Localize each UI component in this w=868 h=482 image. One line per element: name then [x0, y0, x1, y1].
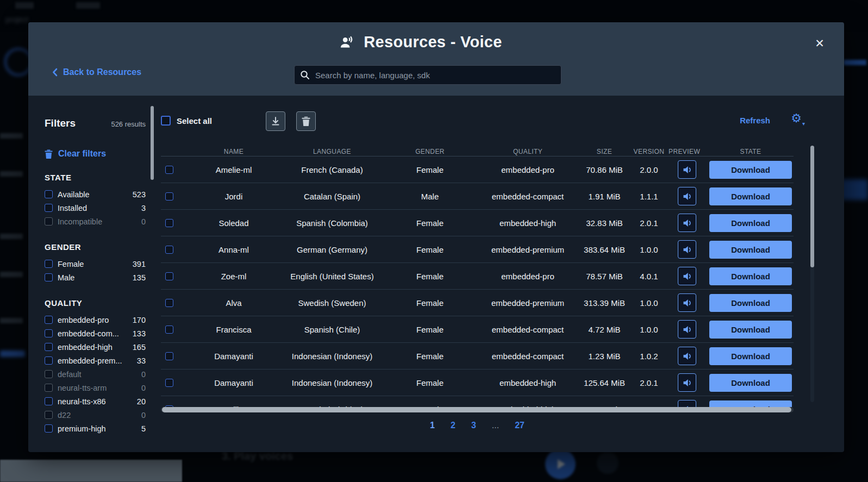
voice-language: Catalan (Spain)	[283, 192, 382, 201]
preview-audio-button[interactable]	[678, 160, 696, 179]
filter-item[interactable]: Incompatible 0	[45, 215, 146, 228]
row-checkbox[interactable]	[165, 246, 173, 254]
download-button[interactable]: Download	[709, 187, 792, 205]
background-project-label: project	[5, 15, 28, 24]
filter-item[interactable]: default 0	[45, 367, 146, 381]
filter-checkbox[interactable]	[45, 316, 53, 324]
preview-audio-button[interactable]	[678, 293, 696, 312]
row-checkbox[interactable]	[165, 299, 173, 307]
filter-item[interactable]: Male 135	[45, 271, 146, 284]
filter-item[interactable]: embedded-pro 170	[45, 313, 146, 327]
filter-item[interactable]: Installed 3	[45, 201, 146, 215]
play-icon	[558, 459, 565, 469]
voice-gender: Female	[382, 325, 478, 334]
filter-checkbox[interactable]	[45, 329, 53, 337]
filter-item-label: default	[58, 370, 136, 379]
voice-language: Indonesian (Indonesy)	[283, 352, 382, 361]
delete-selected-button[interactable]	[296, 111, 316, 131]
filter-checkbox[interactable]	[45, 424, 53, 433]
filter-item[interactable]: neural-tts-x86 20	[45, 395, 146, 408]
row-checkbox[interactable]	[165, 352, 173, 360]
download-button[interactable]: Download	[709, 374, 792, 392]
filter-checkbox[interactable]	[45, 273, 53, 281]
select-all-checkbox[interactable]	[161, 116, 171, 126]
vertical-scrollbar-thumb[interactable]	[810, 146, 814, 267]
row-checkbox[interactable]	[165, 272, 173, 280]
filter-item-count: 165	[133, 343, 146, 352]
filter-item[interactable]: premium-high 5	[45, 422, 146, 435]
preview-audio-button[interactable]	[678, 320, 696, 339]
filter-checkbox[interactable]	[45, 356, 53, 365]
filter-item-label: Incompatible	[58, 217, 136, 226]
voice-size: 4.72 MiB	[577, 325, 632, 334]
row-checkbox[interactable]	[165, 219, 173, 227]
filter-checkbox[interactable]	[45, 260, 53, 268]
close-icon[interactable]: ✕	[811, 35, 828, 52]
preview-audio-button[interactable]	[678, 187, 696, 205]
filter-item-count: 33	[137, 356, 146, 365]
preview-audio-button[interactable]	[678, 240, 696, 259]
voice-quality: embedded-premium	[478, 245, 577, 254]
select-all-control[interactable]: Select all	[161, 116, 212, 126]
filter-section: STATE Available 523 Installed 3 Incompat…	[45, 173, 146, 228]
back-to-resources-link[interactable]: Back to Resources	[52, 67, 141, 77]
sidebar-scrollbar[interactable]	[151, 106, 154, 180]
filter-checkbox[interactable]	[45, 370, 53, 378]
download-button[interactable]: Download	[709, 267, 792, 285]
filter-section: QUALITY embedded-pro 170 embedded-com...…	[45, 298, 146, 435]
page-button-27[interactable]: 27	[515, 421, 524, 430]
row-checkbox[interactable]	[165, 325, 173, 334]
column-header-state: STATE	[708, 148, 794, 155]
filter-item[interactable]: embedded-high 165	[45, 340, 146, 354]
filter-item[interactable]: embedded-prem... 33	[45, 354, 146, 367]
voice-quality: embedded-premium	[478, 298, 577, 308]
row-checkbox[interactable]	[165, 166, 173, 174]
filter-checkbox[interactable]	[45, 217, 53, 226]
settings-gear-button[interactable]: ⚙▾	[791, 112, 805, 130]
voice-language: English (United States)	[283, 272, 382, 281]
preview-audio-button[interactable]	[678, 400, 696, 407]
download-button[interactable]: Download	[709, 321, 792, 339]
filter-checkbox[interactable]	[45, 343, 53, 351]
voice-language: German (Germany)	[283, 245, 382, 254]
preview-audio-button[interactable]	[678, 267, 696, 285]
filter-item[interactable]: Available 523	[45, 187, 146, 201]
page-button-3[interactable]: 3	[471, 421, 476, 430]
resources-voice-modal: Resources - Voice ✕ Back to Resources Fi	[28, 22, 844, 452]
download-button[interactable]: Download	[709, 400, 792, 408]
preview-audio-button[interactable]	[678, 214, 696, 232]
preview-audio-button[interactable]	[678, 373, 696, 392]
horizontal-scrollbar-thumb[interactable]	[162, 407, 791, 412]
clear-filters-button[interactable]: Clear filters	[45, 149, 158, 159]
page-button-1[interactable]: 1	[430, 421, 435, 430]
download-button[interactable]: Download	[709, 294, 792, 312]
preview-audio-button[interactable]	[678, 347, 696, 365]
filter-item[interactable]: embedded-com... 133	[45, 327, 146, 340]
filter-item[interactable]: neural-tts-arm 0	[45, 381, 146, 395]
filter-checkbox[interactable]	[45, 190, 53, 198]
filter-checkbox[interactable]	[45, 411, 53, 419]
voice-quality: embedded-compact	[478, 352, 577, 361]
filter-checkbox[interactable]	[45, 384, 53, 392]
download-button[interactable]: Download	[709, 214, 792, 232]
search-input[interactable]	[315, 71, 555, 80]
background-blur-blob	[0, 234, 23, 239]
column-header-name: NAME	[185, 148, 283, 155]
filter-item[interactable]: Female 391	[45, 257, 146, 271]
voice-size: 1.23 MiB	[577, 352, 632, 361]
search-icon	[300, 70, 310, 80]
filter-item-label: embedded-high	[58, 343, 128, 352]
download-button[interactable]: Download	[709, 347, 792, 365]
filter-item[interactable]: d22 0	[45, 408, 146, 422]
table-row: Damayanti Indonesian (Indonesy) Female e…	[161, 343, 794, 370]
download-button[interactable]: Download	[709, 161, 792, 179]
filter-checkbox[interactable]	[45, 204, 53, 212]
refresh-button[interactable]: Refresh	[740, 116, 770, 125]
pagination: 123...27	[158, 421, 797, 430]
download-selected-button[interactable]	[266, 111, 285, 131]
download-button[interactable]: Download	[709, 241, 792, 259]
row-checkbox[interactable]	[165, 192, 173, 201]
page-button-2[interactable]: 2	[451, 421, 455, 430]
filter-checkbox[interactable]	[45, 397, 53, 405]
row-checkbox[interactable]	[165, 379, 173, 387]
